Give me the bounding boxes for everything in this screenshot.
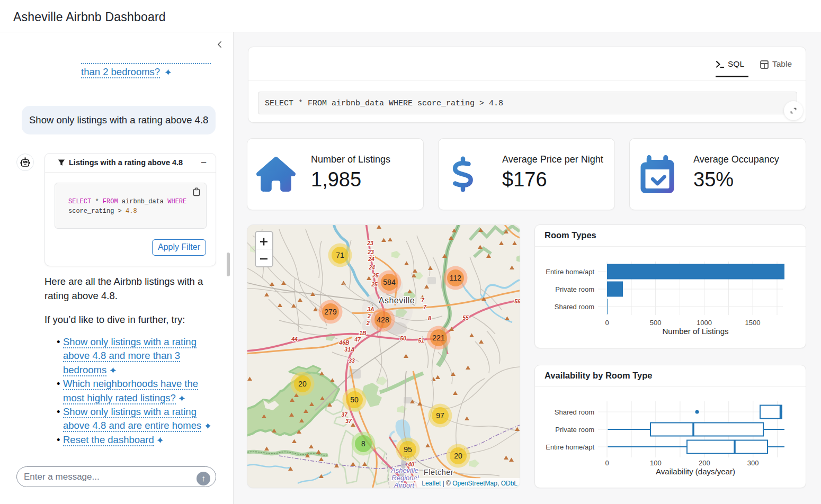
svg-text:47: 47 (354, 336, 361, 343)
svg-text:23: 23 (367, 249, 374, 255)
svg-text:Entire home/apt: Entire home/apt (546, 443, 594, 451)
svg-text:Availability (days/year): Availability (days/year) (656, 467, 735, 476)
svg-text:Private room: Private room (555, 285, 594, 293)
svg-text:Leaflet | © OpenStreetMap, ODb: Leaflet | © OpenStreetMap, ODbL (422, 480, 517, 487)
svg-text:Airport: Airport (394, 481, 415, 488)
svg-text:Shared room: Shared room (555, 408, 594, 416)
svg-text:55: 55 (462, 314, 469, 321)
svg-text:33: 33 (349, 357, 355, 364)
svg-text:50: 50 (350, 395, 359, 404)
svg-text:0: 0 (605, 319, 609, 327)
svg-text:46B: 46B (338, 339, 350, 346)
svg-text:25: 25 (372, 272, 379, 278)
svg-text:0: 0 (605, 459, 609, 467)
svg-text:2: 2 (366, 320, 370, 326)
svg-text:97: 97 (436, 411, 444, 420)
svg-text:40: 40 (407, 461, 414, 467)
svg-text:24: 24 (368, 256, 374, 262)
svg-text:24: 24 (368, 264, 375, 271)
svg-text:200: 200 (699, 459, 710, 467)
svg-text:1000: 1000 (697, 319, 712, 327)
svg-text:112: 112 (450, 274, 462, 282)
svg-text:31A: 31A (344, 346, 354, 353)
svg-text:Asheville: Asheville (379, 296, 415, 305)
svg-text:300: 300 (747, 459, 759, 467)
svg-text:8: 8 (428, 315, 431, 321)
svg-text:Shared room: Shared room (555, 303, 594, 311)
svg-text:Private room: Private room (555, 426, 594, 434)
svg-text:1500: 1500 (745, 319, 761, 327)
svg-text:279: 279 (324, 308, 337, 316)
svg-text:Entire home/apt: Entire home/apt (546, 268, 594, 276)
svg-text:Number of Listings: Number of Listings (662, 327, 728, 336)
svg-text:1B: 1B (359, 330, 367, 336)
svg-text:25: 25 (371, 281, 378, 287)
svg-text:50: 50 (400, 335, 406, 341)
svg-text:221: 221 (432, 334, 445, 342)
svg-text:Asheville: Asheville (390, 466, 418, 474)
svg-text:23: 23 (367, 240, 373, 246)
svg-text:500: 500 (650, 319, 662, 327)
svg-text:584: 584 (383, 278, 396, 286)
svg-text:59: 59 (514, 298, 520, 304)
svg-text:428: 428 (377, 316, 389, 324)
svg-text:8: 8 (361, 439, 365, 448)
svg-text:37: 37 (345, 418, 352, 424)
svg-text:71: 71 (336, 251, 344, 259)
svg-text:20: 20 (298, 380, 307, 388)
svg-text:51: 51 (418, 337, 424, 344)
svg-text:100: 100 (650, 459, 662, 467)
svg-text:20: 20 (454, 452, 462, 460)
svg-text:37: 37 (341, 411, 348, 418)
svg-text:2: 2 (367, 313, 371, 319)
svg-text:Fletcher: Fletcher (424, 468, 453, 476)
svg-text:44: 44 (291, 336, 298, 342)
svg-text:95: 95 (404, 445, 412, 454)
svg-text:3A: 3A (367, 306, 374, 312)
